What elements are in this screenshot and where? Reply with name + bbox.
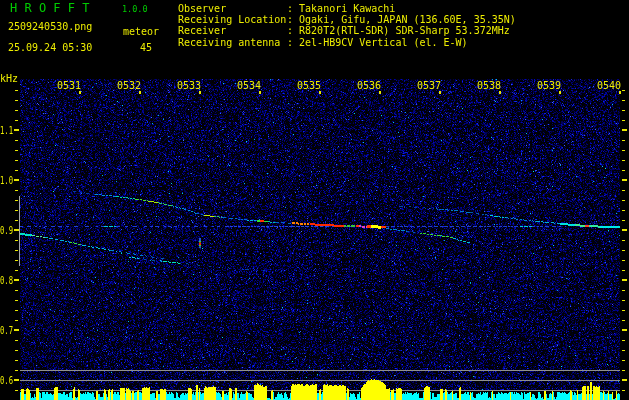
station-info-colon: :: [287, 25, 299, 36]
time-axis-label: 0540: [597, 81, 621, 91]
app-title: H R O F F T: [10, 3, 89, 14]
station-info-label: Observer: [178, 3, 287, 14]
mode-label: meteor: [123, 27, 159, 37]
output-filename: 2509240530.png: [8, 22, 92, 32]
time-axis-label: 0537: [417, 81, 441, 91]
time-axis-label: 0538: [477, 81, 501, 91]
station-info-value: 2el-HB9CV Vertical (el. E-W): [299, 37, 468, 48]
station-info-label: Receiving Location: [178, 14, 287, 25]
station-info-row: Receiving Location: Ogaki, Gifu, JAPAN (…: [178, 14, 516, 25]
station-info-row: Receiving antenna: 2el-HB9CV Vertical (e…: [178, 37, 516, 48]
freq-axis-label: 0.9: [0, 226, 14, 236]
station-info-value: R820T2(RTL-SDR) SDR-Sharp 53.372MHz: [299, 25, 510, 36]
station-info-colon: :: [287, 37, 299, 48]
time-axis-label: 0531: [57, 81, 81, 91]
station-info-value: Takanori Kawachi: [299, 3, 395, 14]
station-info-label: Receiving antenna: [178, 37, 287, 48]
freq-axis-label: 1.1: [0, 126, 14, 136]
freq-axis-label: 1.0: [0, 176, 14, 186]
freq-axis-label: 0.6: [0, 376, 14, 386]
app-version: 1.0.0: [122, 5, 148, 14]
station-info-value: Ogaki, Gifu, JAPAN (136.60E, 35.35N): [299, 14, 516, 25]
freq-axis-unit-label: kHz: [0, 74, 18, 84]
station-info-colon: :: [287, 3, 299, 14]
station-info-colon: :: [287, 14, 299, 25]
time-axis-label: 0535: [297, 81, 321, 91]
time-axis-label: 0534: [237, 81, 261, 91]
freq-axis-label: 0.7: [0, 326, 14, 336]
time-axis-label: 0532: [117, 81, 141, 91]
time-axis-label: 0539: [537, 81, 561, 91]
station-info-label: Receiver: [178, 25, 287, 36]
time-axis-label: 0536: [357, 81, 381, 91]
observation-datetime: 25.09.24 05:30: [8, 43, 92, 53]
station-info-block: Observer: Takanori KawachiReceiving Loca…: [178, 3, 516, 48]
freq-axis-label: 0.8: [0, 276, 14, 286]
hrofft-window: H R O F F T 1.0.0 2509240530.png meteor …: [0, 0, 629, 400]
spectrogram-canvas: [0, 0, 629, 400]
station-info-row: Observer: Takanori Kawachi: [178, 3, 516, 14]
station-info-row: Receiver: R820T2(RTL-SDR) SDR-Sharp 53.3…: [178, 25, 516, 36]
meteor-count: 45: [140, 43, 152, 53]
time-axis-label: 0533: [177, 81, 201, 91]
